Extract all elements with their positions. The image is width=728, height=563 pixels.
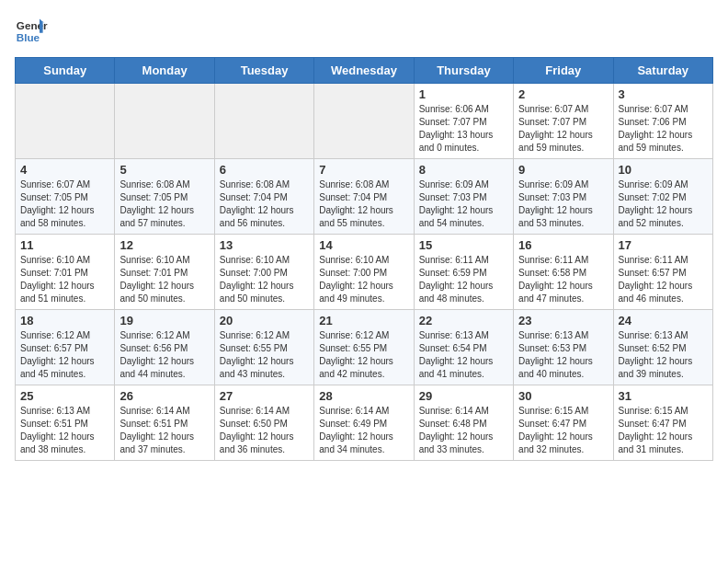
day-info: Sunrise: 6:15 AM Sunset: 6:47 PM Dayligh… — [619, 405, 708, 456]
day-number: 2 — [518, 87, 608, 101]
day-cell: 29Sunrise: 6:14 AM Sunset: 6:48 PM Dayli… — [414, 385, 513, 461]
day-cell: 11Sunrise: 6:10 AM Sunset: 7:01 PM Dayli… — [16, 235, 115, 310]
day-cell — [16, 84, 115, 159]
day-info: Sunrise: 6:12 AM Sunset: 6:57 PM Dayligh… — [20, 329, 109, 381]
day-number: 9 — [518, 163, 608, 177]
day-number: 5 — [119, 163, 209, 177]
day-cell: 9Sunrise: 6:09 AM Sunset: 7:03 PM Daylig… — [514, 159, 613, 235]
day-info: Sunrise: 6:08 AM Sunset: 7:04 PM Dayligh… — [319, 178, 408, 230]
day-cell: 31Sunrise: 6:15 AM Sunset: 6:47 PM Dayli… — [613, 385, 712, 461]
week-row-2: 4Sunrise: 6:07 AM Sunset: 7:05 PM Daylig… — [16, 159, 713, 235]
day-info: Sunrise: 6:10 AM Sunset: 7:00 PM Dayligh… — [220, 254, 309, 305]
week-row-4: 18Sunrise: 6:12 AM Sunset: 6:57 PM Dayli… — [16, 310, 713, 385]
weekday-header-monday: Monday — [115, 58, 214, 84]
day-number: 11 — [20, 238, 109, 252]
day-number: 30 — [518, 389, 608, 403]
weekday-header-friday: Friday — [514, 58, 613, 84]
day-cell: 20Sunrise: 6:12 AM Sunset: 6:55 PM Dayli… — [214, 310, 313, 385]
day-cell: 3Sunrise: 6:07 AM Sunset: 7:06 PM Daylig… — [613, 84, 712, 159]
day-info: Sunrise: 6:10 AM Sunset: 7:01 PM Dayligh… — [20, 254, 109, 305]
day-number: 18 — [20, 314, 109, 327]
weekday-header-tuesday: Tuesday — [214, 58, 313, 84]
day-number: 6 — [220, 163, 309, 177]
calendar-table: SundayMondayTuesdayWednesdayThursdayFrid… — [15, 57, 713, 461]
day-number: 19 — [119, 314, 209, 327]
day-info: Sunrise: 6:13 AM Sunset: 6:53 PM Dayligh… — [518, 329, 608, 381]
day-number: 20 — [220, 314, 309, 327]
day-cell — [214, 84, 313, 159]
day-info: Sunrise: 6:09 AM Sunset: 7:03 PM Dayligh… — [518, 178, 608, 230]
day-info: Sunrise: 6:07 AM Sunset: 7:07 PM Dayligh… — [518, 103, 608, 155]
day-number: 10 — [619, 163, 708, 177]
day-info: Sunrise: 6:15 AM Sunset: 6:47 PM Dayligh… — [518, 405, 608, 456]
day-cell: 6Sunrise: 6:08 AM Sunset: 7:04 PM Daylig… — [214, 159, 313, 235]
day-number: 27 — [220, 389, 309, 403]
day-cell: 10Sunrise: 6:09 AM Sunset: 7:02 PM Dayli… — [613, 159, 712, 235]
day-info: Sunrise: 6:11 AM Sunset: 6:58 PM Dayligh… — [518, 254, 608, 305]
day-cell: 24Sunrise: 6:13 AM Sunset: 6:52 PM Dayli… — [613, 310, 712, 385]
day-number: 8 — [419, 163, 508, 177]
day-cell: 19Sunrise: 6:12 AM Sunset: 6:56 PM Dayli… — [115, 310, 214, 385]
weekday-header-row: SundayMondayTuesdayWednesdayThursdayFrid… — [16, 58, 713, 84]
day-info: Sunrise: 6:13 AM Sunset: 6:52 PM Dayligh… — [619, 329, 708, 381]
week-row-3: 11Sunrise: 6:10 AM Sunset: 7:01 PM Dayli… — [16, 235, 713, 310]
day-info: Sunrise: 6:14 AM Sunset: 6:51 PM Dayligh… — [119, 405, 209, 456]
day-info: Sunrise: 6:09 AM Sunset: 7:02 PM Dayligh… — [619, 178, 708, 230]
day-number: 17 — [619, 238, 708, 252]
day-cell: 18Sunrise: 6:12 AM Sunset: 6:57 PM Dayli… — [16, 310, 115, 385]
day-info: Sunrise: 6:12 AM Sunset: 6:55 PM Dayligh… — [319, 329, 408, 381]
day-cell: 4Sunrise: 6:07 AM Sunset: 7:05 PM Daylig… — [16, 159, 115, 235]
day-number: 28 — [319, 389, 408, 403]
day-info: Sunrise: 6:08 AM Sunset: 7:05 PM Dayligh… — [119, 178, 209, 230]
day-info: Sunrise: 6:13 AM Sunset: 6:51 PM Dayligh… — [20, 405, 109, 456]
day-cell: 28Sunrise: 6:14 AM Sunset: 6:49 PM Dayli… — [314, 385, 414, 461]
day-info: Sunrise: 6:09 AM Sunset: 7:03 PM Dayligh… — [419, 178, 508, 230]
svg-text:General: General — [17, 19, 48, 31]
week-row-1: 1Sunrise: 6:06 AM Sunset: 7:07 PM Daylig… — [16, 84, 713, 159]
day-info: Sunrise: 6:11 AM Sunset: 6:57 PM Dayligh… — [619, 254, 708, 305]
day-cell: 13Sunrise: 6:10 AM Sunset: 7:00 PM Dayli… — [214, 235, 313, 310]
day-info: Sunrise: 6:14 AM Sunset: 6:50 PM Dayligh… — [220, 405, 309, 456]
day-cell: 1Sunrise: 6:06 AM Sunset: 7:07 PM Daylig… — [414, 84, 513, 159]
day-cell: 15Sunrise: 6:11 AM Sunset: 6:59 PM Dayli… — [414, 235, 513, 310]
day-cell: 5Sunrise: 6:08 AM Sunset: 7:05 PM Daylig… — [115, 159, 214, 235]
day-info: Sunrise: 6:06 AM Sunset: 7:07 PM Dayligh… — [419, 103, 508, 155]
day-number: 22 — [419, 314, 508, 327]
day-cell: 26Sunrise: 6:14 AM Sunset: 6:51 PM Dayli… — [115, 385, 214, 461]
day-cell: 7Sunrise: 6:08 AM Sunset: 7:04 PM Daylig… — [314, 159, 414, 235]
week-row-5: 25Sunrise: 6:13 AM Sunset: 6:51 PM Dayli… — [16, 385, 713, 461]
day-number: 1 — [419, 87, 508, 101]
day-info: Sunrise: 6:11 AM Sunset: 6:59 PM Dayligh… — [419, 254, 508, 305]
day-number: 24 — [619, 314, 708, 327]
day-number: 12 — [119, 238, 209, 252]
day-info: Sunrise: 6:07 AM Sunset: 7:05 PM Dayligh… — [20, 178, 109, 230]
day-cell: 2Sunrise: 6:07 AM Sunset: 7:07 PM Daylig… — [514, 84, 613, 159]
day-number: 29 — [419, 389, 508, 403]
weekday-header-wednesday: Wednesday — [314, 58, 414, 84]
day-cell — [314, 84, 414, 159]
weekday-header-saturday: Saturday — [613, 58, 712, 84]
day-number: 31 — [619, 389, 708, 403]
day-cell: 12Sunrise: 6:10 AM Sunset: 7:01 PM Dayli… — [115, 235, 214, 310]
day-cell: 30Sunrise: 6:15 AM Sunset: 6:47 PM Dayli… — [514, 385, 613, 461]
day-info: Sunrise: 6:14 AM Sunset: 6:49 PM Dayligh… — [319, 405, 408, 456]
day-number: 26 — [119, 389, 209, 403]
day-number: 3 — [619, 87, 708, 101]
day-cell: 23Sunrise: 6:13 AM Sunset: 6:53 PM Dayli… — [514, 310, 613, 385]
day-number: 25 — [20, 389, 109, 403]
day-cell: 14Sunrise: 6:10 AM Sunset: 7:00 PM Dayli… — [314, 235, 414, 310]
day-info: Sunrise: 6:07 AM Sunset: 7:06 PM Dayligh… — [619, 103, 708, 155]
day-cell: 25Sunrise: 6:13 AM Sunset: 6:51 PM Dayli… — [16, 385, 115, 461]
page-header: General Blue — [15, 15, 713, 48]
day-info: Sunrise: 6:12 AM Sunset: 6:55 PM Dayligh… — [220, 329, 309, 381]
day-cell: 16Sunrise: 6:11 AM Sunset: 6:58 PM Dayli… — [514, 235, 613, 310]
day-cell: 21Sunrise: 6:12 AM Sunset: 6:55 PM Dayli… — [314, 310, 414, 385]
weekday-header-thursday: Thursday — [414, 58, 513, 84]
day-cell — [115, 84, 214, 159]
day-cell: 27Sunrise: 6:14 AM Sunset: 6:50 PM Dayli… — [214, 385, 313, 461]
day-number: 4 — [20, 163, 109, 177]
logo-icon: General Blue — [15, 15, 48, 48]
day-cell: 17Sunrise: 6:11 AM Sunset: 6:57 PM Dayli… — [613, 235, 712, 310]
day-number: 13 — [220, 238, 309, 252]
day-info: Sunrise: 6:13 AM Sunset: 6:54 PM Dayligh… — [419, 329, 508, 381]
